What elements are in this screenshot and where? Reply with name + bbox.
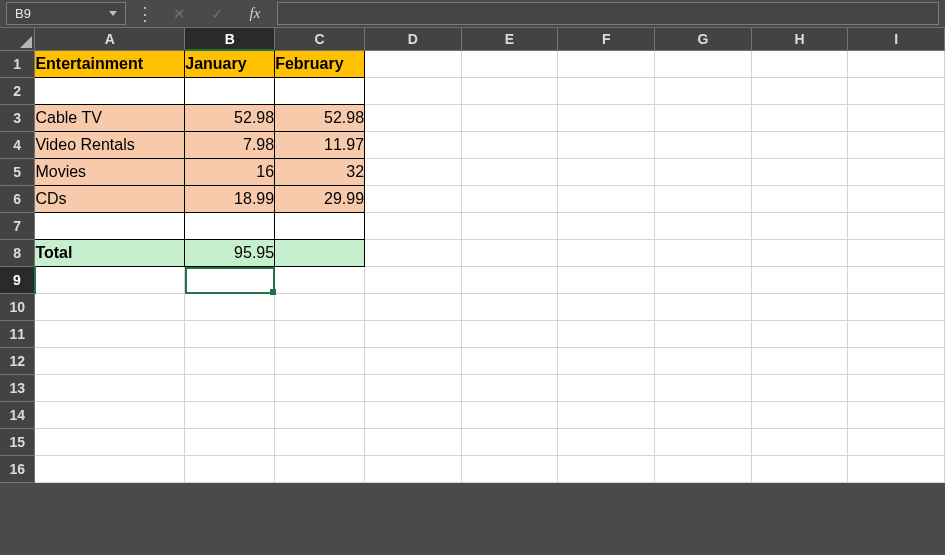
row-header-11[interactable]: 11	[0, 320, 35, 347]
cell-E10[interactable]	[461, 293, 558, 320]
cell-B10[interactable]	[185, 293, 275, 320]
cell-A5[interactable]: Movies	[35, 158, 185, 185]
cell-A8[interactable]: Total	[35, 239, 185, 266]
cell-B3[interactable]: 52.98	[185, 104, 275, 131]
cell-D4[interactable]	[365, 131, 462, 158]
cell-B11[interactable]	[185, 320, 275, 347]
cell-D13[interactable]	[365, 374, 462, 401]
cell-B9[interactable]	[185, 266, 275, 293]
cell-G7[interactable]	[655, 212, 752, 239]
cell-I5[interactable]	[848, 158, 945, 185]
cell-E16[interactable]	[461, 455, 558, 482]
select-all-corner[interactable]	[0, 28, 35, 50]
cell-H11[interactable]	[751, 320, 848, 347]
cell-F5[interactable]	[558, 158, 655, 185]
cell-D14[interactable]	[365, 401, 462, 428]
row-header-7[interactable]: 7	[0, 212, 35, 239]
cell-H9[interactable]	[751, 266, 848, 293]
cell-H6[interactable]	[751, 185, 848, 212]
cell-B15[interactable]	[185, 428, 275, 455]
cancel-formula-button[interactable]: ✕	[163, 2, 195, 25]
cell-B2[interactable]	[185, 77, 275, 104]
formula-input[interactable]	[277, 2, 939, 25]
cell-A3[interactable]: Cable TV	[35, 104, 185, 131]
confirm-formula-button[interactable]: ✓	[201, 2, 233, 25]
cell-G4[interactable]	[655, 131, 752, 158]
cell-F16[interactable]	[558, 455, 655, 482]
col-header-D[interactable]: D	[365, 28, 462, 50]
cell-G2[interactable]	[655, 77, 752, 104]
col-header-I[interactable]: I	[848, 28, 945, 50]
cell-I13[interactable]	[848, 374, 945, 401]
cell-H12[interactable]	[751, 347, 848, 374]
cell-C9[interactable]	[275, 266, 365, 293]
cell-H16[interactable]	[751, 455, 848, 482]
cell-I3[interactable]	[848, 104, 945, 131]
cell-F1[interactable]	[558, 50, 655, 77]
cell-C7[interactable]	[275, 212, 365, 239]
cell-A2[interactable]	[35, 77, 185, 104]
row-header-16[interactable]: 16	[0, 455, 35, 482]
cell-H14[interactable]	[751, 401, 848, 428]
cell-E12[interactable]	[461, 347, 558, 374]
cell-G11[interactable]	[655, 320, 752, 347]
cell-C2[interactable]	[275, 77, 365, 104]
cell-E15[interactable]	[461, 428, 558, 455]
cell-I6[interactable]	[848, 185, 945, 212]
cell-A4[interactable]: Video Rentals	[35, 131, 185, 158]
col-header-F[interactable]: F	[558, 28, 655, 50]
cell-F10[interactable]	[558, 293, 655, 320]
cell-A7[interactable]	[35, 212, 185, 239]
row-header-4[interactable]: 4	[0, 131, 35, 158]
cell-H4[interactable]	[751, 131, 848, 158]
cell-E14[interactable]	[461, 401, 558, 428]
cell-D10[interactable]	[365, 293, 462, 320]
cell-H10[interactable]	[751, 293, 848, 320]
cell-E3[interactable]	[461, 104, 558, 131]
row-header-3[interactable]: 3	[0, 104, 35, 131]
cell-A11[interactable]	[35, 320, 185, 347]
row-header-5[interactable]: 5	[0, 158, 35, 185]
cell-C1[interactable]: February	[275, 50, 365, 77]
cell-I2[interactable]	[848, 77, 945, 104]
cell-E2[interactable]	[461, 77, 558, 104]
col-header-C[interactable]: C	[275, 28, 365, 50]
cell-I8[interactable]	[848, 239, 945, 266]
cell-I10[interactable]	[848, 293, 945, 320]
cell-E9[interactable]	[461, 266, 558, 293]
cell-C12[interactable]	[275, 347, 365, 374]
cell-B13[interactable]	[185, 374, 275, 401]
cell-A15[interactable]	[35, 428, 185, 455]
cell-D15[interactable]	[365, 428, 462, 455]
cell-F9[interactable]	[558, 266, 655, 293]
cell-I4[interactable]	[848, 131, 945, 158]
cell-C16[interactable]	[275, 455, 365, 482]
cell-A10[interactable]	[35, 293, 185, 320]
cell-I16[interactable]	[848, 455, 945, 482]
cell-I9[interactable]	[848, 266, 945, 293]
cell-H3[interactable]	[751, 104, 848, 131]
cell-C14[interactable]	[275, 401, 365, 428]
cell-G3[interactable]	[655, 104, 752, 131]
cell-E1[interactable]	[461, 50, 558, 77]
cell-I7[interactable]	[848, 212, 945, 239]
cell-G12[interactable]	[655, 347, 752, 374]
cell-E7[interactable]	[461, 212, 558, 239]
cell-D6[interactable]	[365, 185, 462, 212]
row-header-6[interactable]: 6	[0, 185, 35, 212]
cell-F14[interactable]	[558, 401, 655, 428]
cell-F13[interactable]	[558, 374, 655, 401]
cell-C10[interactable]	[275, 293, 365, 320]
cell-B12[interactable]	[185, 347, 275, 374]
cell-C3[interactable]: 52.98	[275, 104, 365, 131]
cell-C6[interactable]: 29.99	[275, 185, 365, 212]
cell-D3[interactable]	[365, 104, 462, 131]
cell-I15[interactable]	[848, 428, 945, 455]
cell-B1[interactable]: January	[185, 50, 275, 77]
cell-D2[interactable]	[365, 77, 462, 104]
cell-A14[interactable]	[35, 401, 185, 428]
cell-A1[interactable]: Entertainment	[35, 50, 185, 77]
row-header-9[interactable]: 9	[0, 266, 35, 293]
name-box[interactable]: B9	[6, 2, 126, 25]
cell-E11[interactable]	[461, 320, 558, 347]
